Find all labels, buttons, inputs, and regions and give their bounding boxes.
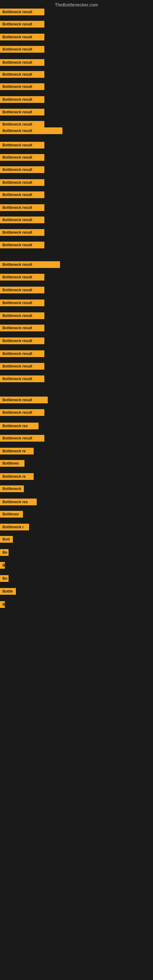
bottleneck-result-item: Bottleneck result: [0, 46, 45, 52]
bottleneck-result-item: Bo: [0, 549, 9, 556]
bottleneck-result-item: Bottleneck result: [0, 154, 45, 161]
bottleneck-result-item: Bottleneck res: [0, 423, 38, 430]
bottleneck-result-item: Bottleneck r: [0, 524, 29, 530]
bottleneck-result-item: Bottleneck result: [0, 274, 45, 280]
bottleneck-result-item: Bottleneck result: [0, 21, 45, 27]
bottleneck-result-item: Bottleneck: [0, 485, 24, 492]
bottleneck-result-item: Bottleneck result: [0, 350, 45, 357]
bottleneck-result-item: Bottleneck result: [0, 204, 45, 211]
bottleneck-result-item: Bottleneck result: [0, 435, 45, 442]
bottleneck-result-item: Bottleneck result: [0, 396, 48, 403]
bottleneck-result-item: Bottleneck result: [0, 96, 45, 103]
bottleneck-result-item: Bottleneck result: [0, 409, 45, 416]
bottleneck-result-item: Bottleneck result: [0, 325, 45, 331]
bottleneck-result-item: Bottleneck result: [0, 179, 45, 186]
bottleneck-result-item: Bottleneck result: [0, 83, 45, 90]
bottleneck-result-item: Bottleneck result: [0, 229, 45, 236]
bottleneck-result-item: Bottleneck result: [0, 166, 45, 173]
bottleneck-result-item: Bo: [0, 575, 9, 582]
bottleneck-result-item: Bottleneck re: [0, 473, 33, 480]
bottleneck-result-item: Bottleneck result: [0, 286, 45, 293]
bottleneck-result-item: Bottleneck result: [0, 216, 45, 223]
bottleneck-result-item: B: [0, 562, 5, 569]
bottleneck-result-item: Bottleneck re: [0, 448, 33, 455]
bottleneck-result-item: Bottleneck result: [0, 9, 45, 15]
bottleneck-result-item: Bottleneck result: [0, 337, 45, 344]
bottleneck-result-item: Bottleneck result: [0, 191, 45, 198]
bottleneck-result-item: Bottleneck result: [0, 363, 45, 370]
bottleneck-result-item: Bottleneck result: [0, 34, 45, 40]
bottleneck-result-item: Bottlenec: [0, 511, 23, 517]
bottleneck-result-item: Bottleneck result: [0, 59, 45, 66]
bottleneck-result-item: Bottleneck result: [0, 142, 45, 148]
site-header: TheBottlenecker.com: [0, 0, 153, 9]
bottleneck-result-item: Bottleneck result: [0, 127, 62, 134]
bottleneck-result-item: Bottleneck result: [0, 299, 45, 306]
bottleneck-result-item: Bottleneck result: [0, 109, 45, 115]
bottleneck-result-item: Bottleneck result: [0, 375, 45, 382]
bottleneck-result-item: Bottleneck result: [0, 71, 45, 78]
bottleneck-result-item: Bottleneck result: [0, 242, 45, 248]
bottleneck-result-item: Bottleneck res: [0, 499, 37, 505]
bottleneck-result-item: Bottlenec: [0, 460, 24, 467]
bottleneck-result-item: Bottle: [0, 588, 16, 595]
bottleneck-result-item: Bottleneck result: [0, 121, 45, 128]
bottleneck-result-item: Bottleneck result: [0, 312, 45, 319]
bottleneck-result-item: Bottleneck result: [0, 261, 60, 268]
bottleneck-result-item: B: [0, 601, 5, 608]
bottleneck-result-item: Bott: [0, 536, 13, 542]
